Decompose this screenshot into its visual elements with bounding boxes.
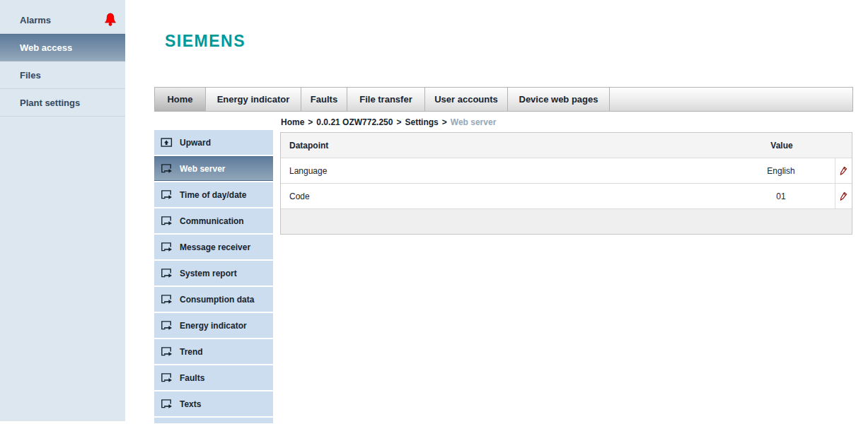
- tab-faults[interactable]: Faults: [301, 88, 347, 111]
- sidebar-item-alarms[interactable]: Alarms: [0, 6, 125, 34]
- nav-item-time-of-day-date[interactable]: Time of day/date: [154, 182, 273, 207]
- edit-button[interactable]: [835, 158, 852, 183]
- page-export-icon: [161, 268, 173, 278]
- nav-item-system-report[interactable]: System report: [154, 261, 273, 285]
- page-export-icon: [161, 320, 173, 331]
- column-header-datapoint: Datapoint: [281, 133, 728, 158]
- nav-item-partial: [154, 418, 273, 423]
- breadcrumb-separator: >: [442, 117, 447, 127]
- tab-user-accounts[interactable]: User accounts: [425, 88, 508, 111]
- breadcrumb-separator: >: [396, 117, 401, 127]
- sidebar-item-label: Alarms: [20, 15, 51, 25]
- upward-icon: [161, 137, 173, 148]
- nav-item-label: Web server: [180, 164, 225, 174]
- table-row-code: Code 01: [281, 184, 852, 209]
- page-export-icon: [161, 163, 173, 174]
- nav-item-faults[interactable]: Faults: [154, 365, 273, 390]
- tab-device-web-pages[interactable]: Device web pages: [508, 88, 610, 111]
- page-export-icon: [161, 216, 173, 226]
- edit-pencil-icon: [840, 192, 847, 201]
- sidebar-item-files[interactable]: Files: [0, 61, 125, 89]
- table-header-row: Datapoint Value: [281, 133, 852, 158]
- nav-item-label: Communication: [180, 216, 244, 226]
- edit-pencil-icon: [840, 166, 847, 176]
- tab-label: File transfer: [359, 94, 412, 105]
- nav-item-label: Message receiver: [180, 242, 250, 252]
- nav-item-texts[interactable]: Texts: [154, 391, 273, 416]
- datapoint-value: 01: [727, 184, 835, 208]
- secondary-nav: Upward Web server Time of day/date Commu…: [154, 130, 273, 423]
- datapoint-name: Code: [281, 184, 727, 208]
- edit-button[interactable]: [835, 184, 852, 208]
- nav-item-communication[interactable]: Communication: [154, 208, 273, 233]
- nav-item-trend[interactable]: Trend: [154, 339, 273, 364]
- page-export-icon: [161, 372, 173, 383]
- nav-item-web-server[interactable]: Web server: [154, 156, 273, 181]
- nav-item-label: Trend: [180, 347, 203, 357]
- tab-label: Faults: [311, 94, 337, 105]
- nav-item-label: Faults: [180, 373, 204, 383]
- column-header-edit: [835, 133, 852, 158]
- sidebar-item-plant-settings[interactable]: Plant settings: [0, 89, 125, 117]
- sidebar-item-web-access[interactable]: Web access: [0, 34, 125, 61]
- nav-item-label: Energy indicator: [180, 321, 247, 331]
- sidebar-item-label: Files: [20, 70, 41, 81]
- breadcrumb-separator: >: [308, 117, 313, 127]
- tab-file-transfer[interactable]: File transfer: [347, 88, 425, 111]
- nav-item-label: Consumption data: [180, 295, 254, 305]
- nav-item-label: System report: [180, 269, 237, 278]
- breadcrumb-device[interactable]: 0.0.21 OZW772.250: [316, 117, 393, 127]
- sidebar-item-label: Plant settings: [20, 98, 80, 108]
- tab-bar: Home Energy indicator Faults File transf…: [154, 87, 853, 112]
- nav-item-energy-indicator[interactable]: Energy indicator: [154, 313, 273, 338]
- alarm-bell-icon: [104, 13, 117, 27]
- tab-label: User accounts: [434, 94, 498, 105]
- breadcrumb-settings[interactable]: Settings: [405, 117, 438, 127]
- datapoint-table: Datapoint Value Language English Code 01: [280, 132, 852, 235]
- page-export-icon: [161, 189, 173, 200]
- nav-item-label: Time of day/date: [180, 190, 246, 200]
- column-header-value: Value: [728, 133, 835, 158]
- datapoint-name: Language: [281, 158, 727, 183]
- breadcrumb-home[interactable]: Home: [281, 117, 304, 127]
- nav-item-message-receiver[interactable]: Message receiver: [154, 235, 273, 259]
- table-row-language: Language English: [281, 158, 852, 184]
- page-export-icon: [161, 242, 173, 252]
- breadcrumb: Home > 0.0.21 OZW772.250 > Settings > We…: [281, 117, 496, 127]
- nav-item-label: Upward: [180, 138, 211, 148]
- siemens-logo: SIEMENS: [165, 32, 245, 51]
- page-export-icon: [161, 294, 173, 305]
- sidebar-item-label: Web access: [20, 42, 72, 53]
- breadcrumb-current: Web server: [451, 117, 496, 127]
- tab-home[interactable]: Home: [155, 88, 206, 111]
- table-footer-row: [281, 209, 852, 234]
- tab-label: Home: [167, 94, 192, 105]
- page-export-icon: [161, 346, 173, 357]
- nav-item-consumption-data[interactable]: Consumption data: [154, 287, 273, 312]
- nav-item-label: Texts: [180, 399, 201, 409]
- tab-bar-filler: [610, 88, 852, 111]
- nav-item-upward[interactable]: Upward: [154, 130, 273, 155]
- datapoint-value: English: [727, 158, 835, 183]
- primary-sidebar: Alarms Web access Files Plant settings: [0, 0, 125, 421]
- tab-label: Energy indicator: [217, 94, 290, 105]
- tab-label: Device web pages: [519, 94, 598, 105]
- page-export-icon: [161, 399, 173, 409]
- tab-energy-indicator[interactable]: Energy indicator: [206, 88, 301, 111]
